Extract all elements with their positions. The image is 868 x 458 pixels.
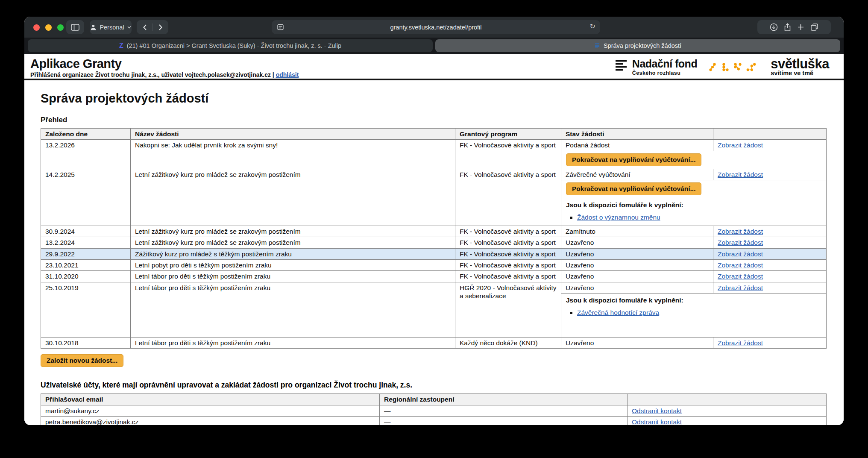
application-actions: Zobrazit žádost: [713, 248, 827, 259]
sidebar-toggle-button[interactable]: [66, 20, 84, 34]
continue-settlement-button[interactable]: Pokračovat na vyplňování vyúčtování...: [566, 182, 701, 195]
users-table: Přihlašovací email Regionální zastoupení…: [41, 393, 827, 425]
page-content: Správa projektových žádostí Přehled Zalo…: [24, 80, 844, 425]
close-window-button[interactable]: [33, 24, 40, 31]
form-link[interactable]: Závěrečná hodnotící zpráva: [577, 309, 659, 316]
profile-label: Personal: [100, 24, 124, 31]
remove-contact-link[interactable]: Odstranit kontakt: [632, 407, 682, 414]
svetluska-text: světluška: [771, 58, 829, 70]
application-name: Letní tábor pro děti s těžkým postižením…: [131, 271, 455, 282]
partner-logos: Nadační fond Českého rozhlasu světluška …: [616, 58, 832, 77]
application-date: 25.10.2019: [41, 282, 131, 337]
application-actions: Zobrazit žádost: [713, 226, 827, 237]
view-application-link[interactable]: Zobrazit žádost: [718, 284, 763, 291]
new-application-button[interactable]: Založit novou žádost...: [41, 354, 123, 367]
reload-icon[interactable]: ↻: [590, 22, 595, 30]
logged-in-info: Přihlášená organizace Život trochu jinak…: [30, 71, 274, 78]
application-program: FK - Volnočasové aktivity a sport: [455, 169, 561, 226]
view-application-link[interactable]: Zobrazit žádost: [718, 273, 763, 280]
app-title: Aplikace Granty: [30, 57, 299, 71]
view-application-link[interactable]: Zobrazit žádost: [718, 250, 763, 258]
applications-table: Založeno dne Název žádosti Grantový prog…: [41, 128, 827, 349]
form-link[interactable]: Žádost o významnou změnu: [577, 214, 660, 221]
users-table-header: Přihlašovací email Regionální zastoupení: [41, 394, 827, 405]
view-application-link[interactable]: Zobrazit žádost: [718, 239, 763, 246]
user-row: martin@sukany.cz—Odstranit kontakt: [41, 405, 827, 416]
application-program: FK - Volnočasové aktivity a sport: [455, 140, 561, 169]
application-row: 25.10.2019Letní tábor pro děti s těžkým …: [41, 282, 827, 293]
new-tab-button[interactable]: [797, 23, 804, 31]
zoom-window-button[interactable]: [57, 24, 64, 31]
application-name: Letní zážitkový kurz pro mládež se zrako…: [131, 226, 455, 237]
application-actions: Zobrazit žádost: [713, 260, 827, 271]
user-region: —: [380, 417, 628, 426]
forms-available-label: Jsou k dispozici fomuláře k vyplnění:: [566, 201, 821, 209]
col-header-name: Název žádosti: [131, 129, 455, 140]
view-application-link[interactable]: Zobrazit žádost: [718, 228, 763, 235]
col-header-region: Regionální zastoupení: [380, 394, 628, 405]
profile-menu-button[interactable]: Personal: [90, 20, 132, 34]
forms-cell: Jsou k dispozici fomuláře k vyplnění:Záv…: [561, 294, 827, 338]
share-button[interactable]: [784, 23, 791, 32]
application-date: 29.9.2022: [41, 248, 131, 259]
applications-table-header: Založeno dne Název žádosti Grantový prog…: [41, 129, 827, 140]
application-program: FK - Volnočasové aktivity a sport: [455, 226, 561, 237]
overview-heading: Přehled: [41, 116, 826, 124]
view-application-link[interactable]: Zobrazit žádost: [718, 339, 763, 346]
page-settings-icon[interactable]: [277, 23, 284, 32]
application-date: 14.2.2025: [41, 169, 131, 226]
tab-zulip[interactable]: Z (21) #01 Organizacni > Grant Svetluska…: [28, 39, 433, 52]
user-actions: Odstranit kontakt: [628, 417, 827, 426]
share-icon: [784, 23, 791, 32]
forward-button[interactable]: [153, 20, 168, 34]
browser-toolbar: Personal: [24, 17, 844, 38]
plus-icon: [797, 23, 804, 31]
application-status: Uzavřeno: [561, 260, 713, 271]
page-title: Správa projektových žádostí: [41, 91, 826, 106]
application-status: Podaná žádost: [561, 140, 713, 151]
view-application-link[interactable]: Zobrazit žádost: [718, 261, 763, 269]
back-button[interactable]: [137, 20, 152, 34]
logout-link[interactable]: odhlásit: [276, 71, 299, 78]
application-name: Zážitkový kurz pro mládež s těžkým posti…: [131, 248, 455, 259]
users-table-body: martin@sukany.cz—Odstranit kontaktpetra.…: [41, 405, 827, 425]
col-header-status: Stav žádosti: [561, 129, 713, 140]
minimize-window-button[interactable]: [45, 24, 52, 31]
application-actions: Zobrazit žádost: [713, 282, 827, 293]
application-date: 30.9.2024: [41, 226, 131, 237]
application-row: 31.10.2020Letní tábor pro děti s těžkým …: [41, 271, 827, 282]
navigation-buttons: [137, 20, 168, 34]
application-status: Uzavřeno: [561, 337, 713, 348]
application-program: FK - Volnočasové aktivity a sport: [455, 260, 561, 271]
application-name: Letní pobyt pro děti s těžkým postižením…: [131, 260, 455, 271]
user-actions: Odstranit kontakt: [628, 405, 827, 416]
user-email: petra.benedikova@zivotjinak.cz: [41, 417, 380, 426]
address-bar[interactable]: granty.svetluska.net/zadatel/profil ↻: [272, 20, 600, 34]
person-icon: [90, 24, 97, 31]
application-name: Letní tábor pro děti s těžkým postižením…: [131, 337, 455, 348]
application-status: Zamítnuto: [561, 226, 713, 237]
nadacni-fond-logo: Nadační fond Českého rozhlasu: [616, 59, 697, 76]
continue-settlement-button[interactable]: Pokračovat na vyplňování vyúčtování...: [566, 153, 701, 166]
application-program: FK - Volnočasové aktivity a sport: [455, 248, 561, 259]
downloads-button[interactable]: [770, 23, 778, 31]
forms-list-item: Závěrečná hodnotící zpráva: [577, 308, 821, 317]
view-application-link[interactable]: Zobrazit žádost: [718, 171, 763, 178]
remove-contact-link[interactable]: Odstranit kontakt: [632, 418, 682, 425]
forms-list-item: Žádost o významnou změnu: [577, 213, 821, 221]
view-application-link[interactable]: Zobrazit žádost: [718, 141, 763, 149]
tab-overview-button[interactable]: [810, 23, 818, 31]
application-status: Uzavřeno: [561, 282, 713, 293]
application-row: 14.2.2025Letní zážitkový kurz pro mládež…: [41, 169, 827, 180]
tab-granty-label: Správa projektových žádostí: [604, 42, 681, 49]
application-row: 30.10.2018Letní tábor pro děti s těžkým …: [41, 337, 827, 348]
user-row: petra.benedikova@zivotjinak.cz—Odstranit…: [41, 417, 827, 426]
svetluska-logo: světluška svítíme ve tmě: [771, 58, 829, 77]
browser-window: Personal: [24, 17, 844, 425]
continue-cell: Pokračovat na vyplňování vyúčtování...: [561, 180, 827, 198]
application-date: 13.2.2024: [41, 237, 131, 248]
application-program: FK - Volnočasové aktivity a sport: [455, 271, 561, 282]
chevron-left-icon: [143, 24, 147, 31]
user-email: martin@sukany.cz: [41, 405, 380, 416]
tab-granty-active[interactable]: Správa projektových žádostí: [435, 39, 840, 52]
